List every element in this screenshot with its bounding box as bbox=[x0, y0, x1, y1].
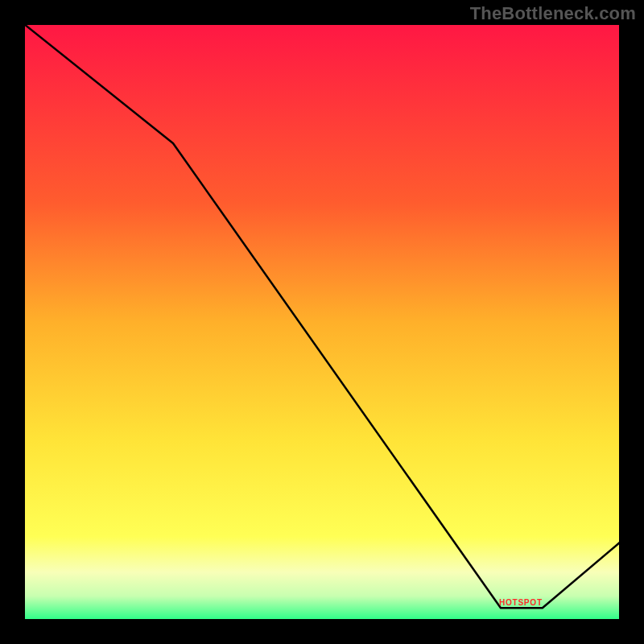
chart-frame: TheBottleneck.com HOTSPOT bbox=[0, 0, 644, 644]
chart-svg bbox=[24, 24, 620, 620]
heat-background bbox=[24, 24, 620, 620]
plot-area bbox=[24, 24, 620, 620]
watermark-text: TheBottleneck.com bbox=[470, 3, 636, 24]
hotspot-label: HOTSPOT bbox=[499, 598, 543, 607]
